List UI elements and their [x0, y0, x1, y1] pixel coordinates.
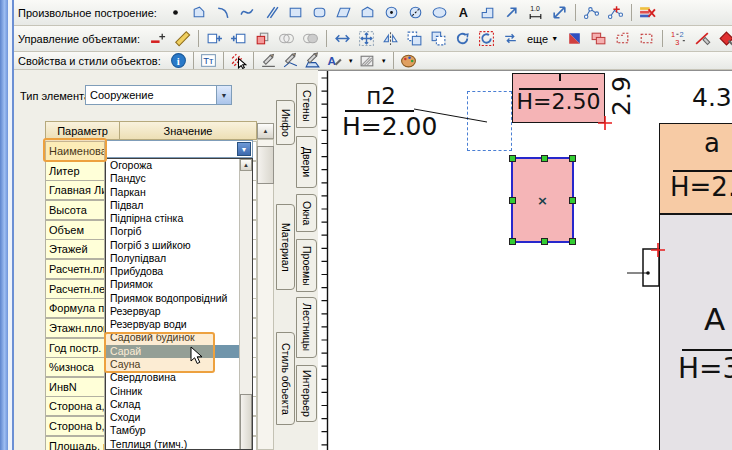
copy-1-icon[interactable] [403, 29, 426, 49]
dropdown-scrollbar[interactable]: ▲ [239, 159, 252, 449]
diamond-red-icon[interactable] [715, 29, 732, 49]
text-a-icon[interactable]: A [452, 3, 475, 23]
dimension-10-icon[interactable]: 1.0 [524, 3, 547, 23]
hatch-brush-icon[interactable] [357, 53, 378, 69]
table-scrollbar-thumb[interactable] [257, 146, 274, 184]
value-column-header[interactable]: Значение [119, 121, 257, 140]
param-label-4[interactable]: Объем [45, 220, 105, 240]
box-plus-1-icon[interactable] [203, 29, 226, 49]
param-label-5[interactable]: Этажей [45, 239, 105, 259]
palette-icon[interactable] [398, 53, 419, 69]
param-label-7[interactable]: Расчетн.пери... [45, 279, 105, 299]
red-dash-plus-icon[interactable] [147, 29, 170, 49]
param-label-15[interactable]: Площадь, м2 [45, 436, 105, 450]
dropdown-item[interactable]: Сходи [106, 411, 239, 424]
element-type-combobox[interactable]: Сооружение ▼ [85, 85, 232, 105]
dropdown-scroll-up-button[interactable]: ▲ [240, 159, 252, 171]
nodes-edit-icon[interactable] [580, 3, 603, 23]
chevron-down-icon[interactable]: ▼ [216, 86, 231, 104]
param-label-12[interactable]: ИнвN [45, 377, 105, 397]
rects-pink-icon[interactable] [587, 29, 610, 49]
parallel-lines-icon[interactable] [260, 3, 283, 23]
parallelogram-icon[interactable] [332, 3, 355, 23]
param-label-8[interactable]: Формула площ. [45, 298, 105, 318]
selection-handle[interactable] [509, 155, 516, 162]
hatch-cursor-icon[interactable] [228, 53, 249, 69]
swap-icon[interactable] [499, 29, 522, 49]
dropdown-item[interactable]: Резервуар води [106, 318, 239, 331]
dropdown-item[interactable]: Погріб з шийкою [106, 239, 239, 252]
chevron-down-icon[interactable]: ▼ [379, 58, 389, 64]
venn-2-icon[interactable] [299, 29, 322, 49]
param-label-11[interactable]: %износа [45, 357, 105, 377]
pencil-poly-icon[interactable] [280, 53, 301, 69]
building-box-a-big[interactable]: А Н=3. [659, 214, 732, 450]
copy-2-icon[interactable] [427, 29, 450, 49]
square-blue-red-icon[interactable] [563, 29, 586, 49]
selection-handle[interactable] [509, 197, 516, 204]
param-label-6[interactable]: Расчетн.площ. [45, 259, 105, 279]
arrow-resize-icon[interactable] [548, 3, 571, 23]
tab-Инфо[interactable]: Инфо [276, 100, 295, 145]
dropdown-item[interactable]: Приямок водопровідний [106, 292, 239, 305]
dropdown-item[interactable]: Склад [106, 398, 239, 411]
selection-handle[interactable] [569, 155, 576, 162]
dropdown-item[interactable]: Резервуар [106, 305, 239, 318]
param-label-3[interactable]: Высота [45, 200, 105, 220]
selection-handle[interactable] [541, 155, 548, 162]
venn-1-icon[interactable] [275, 29, 298, 49]
dropdown-item[interactable]: Теплиця (тимч.) [106, 438, 239, 450]
tab-Двери[interactable]: Двери [296, 136, 317, 188]
box-plus-2-icon[interactable] [227, 29, 250, 49]
selection-handle[interactable] [569, 238, 576, 245]
tab-Проемы[interactable]: Проемы [296, 239, 317, 292]
chevron-down-icon[interactable]: ▼ [346, 58, 356, 64]
dropdown-item[interactable]: Прибудова [106, 265, 239, 278]
tab-Интерьер[interactable]: Интерьер [296, 365, 317, 422]
dropdown-item[interactable]: Погріб [106, 225, 239, 238]
dropdown-item[interactable]: Полупідвал [106, 252, 239, 265]
param-label-9[interactable]: Этажн.площ. [45, 318, 105, 338]
step-shape-icon[interactable] [476, 3, 499, 23]
tab-Стиль объекта[interactable]: Стиль объекта [276, 332, 295, 425]
numbers-123-icon[interactable]: 123 [667, 29, 690, 49]
vertical-dimension-label[interactable]: 2.9 [607, 70, 633, 126]
tab-Лестницы[interactable]: Лестницы [296, 297, 317, 358]
table-scrollbar-track[interactable] [257, 139, 274, 450]
ruler-icon[interactable] [171, 29, 194, 49]
label-p2-height[interactable]: Н=2.00 [342, 112, 437, 141]
rotate-icon[interactable] [451, 29, 474, 49]
text-style-icon[interactable]: Тт [198, 53, 219, 69]
param-label-14[interactable]: Сторона b, м [45, 416, 105, 436]
circle-center-icon[interactable] [380, 3, 403, 23]
selection-handle[interactable] [569, 197, 576, 204]
drawing-canvas[interactable]: п2 Н=2.00 Н=2.50 2.9 4.3 × а Н=2. А Н=3. [318, 70, 732, 450]
rect-dashed-icon[interactable] [635, 29, 658, 49]
measure-red-icon[interactable] [691, 29, 714, 49]
spline-icon[interactable] [236, 3, 259, 23]
label-p2[interactable]: п2 [348, 83, 414, 109]
dropdown-item[interactable]: Приямок [106, 278, 239, 291]
tab-Материал[interactable]: Материал [276, 204, 295, 290]
ellipse-icon[interactable] [428, 3, 451, 23]
param-label-2[interactable]: Главная Литер [45, 180, 105, 200]
selected-shed-rectangle[interactable]: × [511, 157, 574, 243]
polyline-icon[interactable] [188, 3, 211, 23]
selection-handle[interactable] [541, 238, 548, 245]
more-button[interactable]: еще▼ [523, 32, 562, 46]
building-box-h250[interactable]: Н=2.50 [512, 73, 605, 123]
pencil-area-icon[interactable] [302, 53, 323, 69]
chevron-down-icon[interactable]: ▼ [237, 142, 251, 156]
dot-icon[interactable] [164, 3, 187, 23]
rectangle-icon[interactable] [284, 3, 307, 23]
top-dimension-label[interactable]: 4.3 [692, 83, 732, 112]
dropdown-item[interactable]: Тамбур [106, 424, 239, 437]
rounded-rectangle-icon[interactable] [308, 3, 331, 23]
text-pencil-icon[interactable]: A [324, 53, 345, 69]
dropdown-scrollbar-thumb[interactable] [240, 394, 252, 450]
pencil-line-icon[interactable] [258, 53, 279, 69]
selection-handle[interactable] [509, 238, 516, 245]
param-label-10[interactable]: Год постр. [45, 338, 105, 358]
param-label-1[interactable]: Литер [45, 161, 105, 181]
mirror-icon[interactable] [379, 29, 402, 49]
